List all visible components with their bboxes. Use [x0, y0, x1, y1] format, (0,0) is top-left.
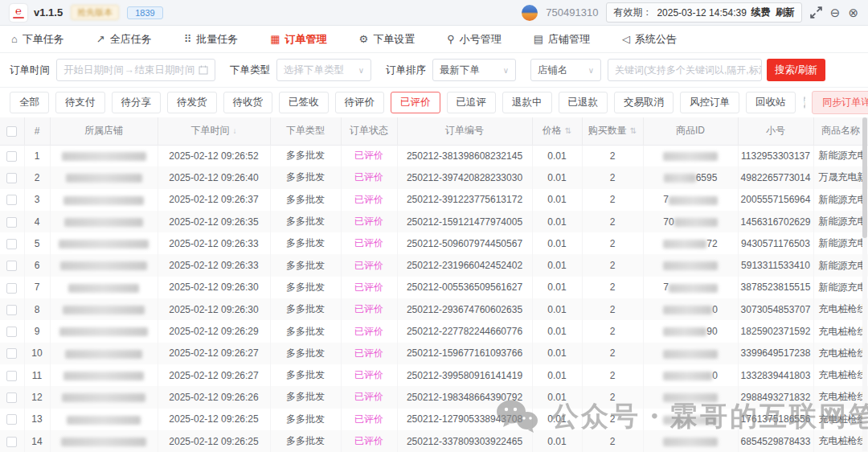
status-tab-退款中[interactable]: 退款中 — [502, 92, 552, 113]
status-tab-待收货[interactable]: 待收货 — [223, 92, 273, 113]
nav-item-label: 全店任务 — [110, 32, 152, 47]
nav-item-label: 店铺管理 — [548, 32, 590, 47]
row-checkbox[interactable] — [6, 327, 17, 337]
keyword-input[interactable]: 关键词(支持多个关键词以,隔开,标注模糊的不 — [608, 59, 762, 81]
renew-button[interactable]: 续费 — [751, 6, 771, 19]
row-checkbox[interactable] — [6, 261, 17, 271]
cell-order-no: 250212-227782244660776 — [397, 320, 532, 342]
order-sort-select[interactable]: 最新下单 ∨ — [432, 59, 516, 81]
cell-product-name: 新能源充电 — [813, 211, 868, 232]
masked-product-id — [663, 240, 706, 249]
nav-item-home[interactable]: ⌂下单任务 — [11, 32, 64, 47]
row-checkbox[interactable] — [6, 348, 17, 359]
scrollbar-thumb[interactable] — [862, 117, 867, 238]
nav-item-user[interactable]: ⚲小号管理 — [447, 32, 502, 47]
sync-order-details-button[interactable]: 同步订单详情 — [812, 91, 868, 114]
product-id-prefix: 70 — [663, 216, 674, 228]
nav-item-chart[interactable]: ↗全店任务 — [96, 32, 152, 47]
masked-product-id — [663, 393, 718, 402]
cell-price: 0.01 — [532, 298, 582, 320]
row-checkbox[interactable] — [6, 283, 17, 294]
cell-price: 0.01 — [532, 386, 582, 408]
table-row: 92025-02-12 09:26:29多多批发已评价250212-227782… — [0, 320, 868, 342]
scrollbar-track[interactable] — [862, 117, 867, 451]
avatar[interactable] — [522, 5, 538, 21]
refresh-button[interactable]: 刷新 — [776, 6, 795, 19]
cell-price: 0.01 — [532, 364, 582, 386]
cell-qty: 2 — [582, 364, 643, 386]
status-tab-回收站[interactable]: 回收站 — [746, 92, 796, 113]
row-checkbox[interactable] — [6, 151, 17, 162]
cell-price: 0.01 — [532, 145, 582, 166]
masked-shop-name — [59, 327, 148, 336]
status-tab-已签收[interactable]: 已签收 — [279, 92, 329, 113]
orders-table: #所属店铺下单时间↓下单类型订单状态订单编号价格⇅购买数量⇅商品ID小号商品名称… — [0, 117, 868, 452]
date-range-input[interactable]: 开始日期时间 → 结束日期时间 — [56, 59, 215, 81]
cell-order-no: 250212-127905338943708 — [397, 409, 532, 430]
close-icon[interactable]: ⊗ — [848, 6, 858, 18]
cell-buyer-account: 3878523815515 — [738, 277, 813, 298]
header-#: # — [24, 117, 50, 145]
cell-checkbox — [0, 298, 24, 320]
masked-shop-name — [62, 152, 146, 161]
row-checkbox[interactable] — [6, 239, 17, 249]
cell-checkbox — [0, 343, 24, 364]
cell-order-no: 250212-381398608232145 — [397, 145, 532, 166]
table-body: 12025-02-12 09:26:52多多批发已评价250212-381398… — [0, 145, 868, 452]
cell-index: 5 — [24, 232, 50, 254]
status-tab-待分享[interactable]: 待分享 — [112, 92, 162, 113]
status-tab-已追评[interactable]: 已追评 — [447, 92, 497, 113]
nav-item-gear[interactable]: ⚙下单设置 — [359, 32, 416, 47]
row-checkbox[interactable] — [6, 371, 17, 381]
cell-checkbox — [0, 364, 24, 386]
cell-order-time: 2025-02-12 09:26:30 — [158, 298, 270, 320]
status-tab-已退款[interactable]: 已退款 — [559, 92, 608, 113]
status-tab-交易取消[interactable]: 交易取消 — [614, 92, 674, 113]
row-checkbox[interactable] — [6, 195, 17, 205]
status-tab-待评价[interactable]: 待评价 — [335, 92, 385, 113]
status-tab-全部[interactable]: 全部 — [10, 92, 49, 113]
cell-order-no: 250212-337809303922465 — [397, 430, 532, 452]
cell-order-time: 2025-02-12 09:26:33 — [158, 254, 270, 276]
table-row: 132025-02-12 09:26:25多多批发已评价250212-12790… — [0, 409, 868, 430]
cell-buyer-account: 5913311533410 — [738, 254, 813, 276]
cell-price: 0.01 — [532, 189, 582, 211]
row-checkbox[interactable] — [6, 305, 17, 315]
nav-item-grid[interactable]: ⠿批量任务 — [184, 32, 239, 47]
sort-icon[interactable]: ⇅ — [565, 126, 571, 135]
status-tab-待支付[interactable]: 待支付 — [55, 92, 105, 113]
row-checkbox[interactable] — [6, 392, 17, 403]
cell-product-name: 充电桩枪线 — [813, 320, 868, 342]
cell-order-time: 2025-02-12 09:26:29 — [158, 320, 270, 342]
order-type-label: 下单类型 — [230, 64, 270, 77]
row-checkbox[interactable] — [6, 173, 17, 183]
sort-icon[interactable]: ⇅ — [630, 126, 637, 135]
cell-order-type: 多多批发 — [270, 277, 341, 298]
cell-qty: 2 — [582, 189, 643, 211]
select-all-checkbox[interactable] — [6, 126, 17, 137]
cell-product-name: 充电桩枪线 — [813, 430, 868, 452]
minimize-icon[interactable]: ⊖ — [830, 6, 841, 18]
status-tab-已评价[interactable]: 已评价 — [391, 92, 440, 113]
nav-bar: ⌂下单任务↗全店任务⠿批量任务▦订单管理⚙下单设置⚲小号管理▤店铺管理◁系统公告 — [0, 26, 868, 53]
masked-product-id — [669, 284, 718, 293]
table-row: 52025-02-12 09:26:33多多批发已评价250212-509607… — [0, 232, 868, 254]
product-id-suffix: 0 — [712, 370, 718, 381]
row-checkbox[interactable] — [6, 437, 17, 447]
nav-item-horn[interactable]: ◁系统公告 — [622, 32, 677, 47]
info-icon[interactable]: i — [804, 97, 806, 109]
masked-shop-name — [59, 240, 149, 249]
row-checkbox[interactable] — [6, 414, 17, 425]
status-tab-风控订单[interactable]: 风控订单 — [680, 92, 739, 113]
search-refresh-button[interactable]: 搜索/刷新 — [767, 59, 825, 81]
fullscreen-icon[interactable] — [810, 6, 822, 18]
cell-product-id: 90 — [643, 320, 738, 342]
nav-item-order[interactable]: ▦订单管理 — [270, 32, 326, 47]
order-type-select[interactable]: 选择下单类型 ∨ — [276, 59, 371, 81]
row-checkbox[interactable] — [6, 217, 17, 228]
nav-item-shop[interactable]: ▤店铺管理 — [534, 32, 590, 47]
sort-down-icon[interactable]: ↓ — [233, 126, 237, 135]
search-field-select[interactable]: 店铺名 ∨ — [530, 59, 601, 81]
cell-checkbox — [0, 145, 24, 166]
status-tab-待发货[interactable]: 待发货 — [167, 92, 217, 113]
